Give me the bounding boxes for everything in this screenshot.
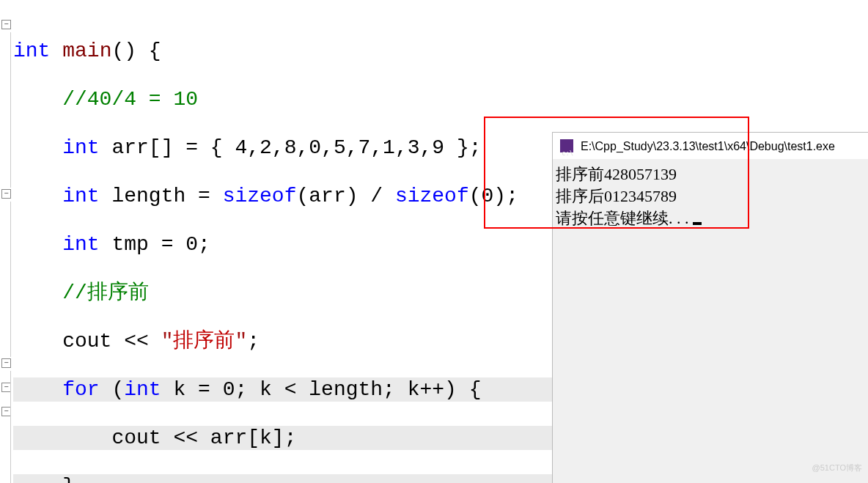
console-title: E:\Cpp_Study\23.3.13\test1\x64\Debug\tes… bbox=[581, 134, 835, 158]
console-cursor bbox=[693, 222, 702, 225]
watermark: @51CTO博客 bbox=[812, 456, 862, 480]
fold-toggle[interactable]: − bbox=[1, 189, 11, 199]
fold-toggle[interactable]: − bbox=[1, 358, 11, 368]
console-titlebar[interactable]: E:\Cpp_Study\23.3.13\test1\x64\Debug\tes… bbox=[553, 133, 868, 159]
console-output: 排序前428057139 排序后012345789 请按任意键继续. . . bbox=[553, 159, 868, 234]
code-editor[interactable]: int main() { //40/4 = 10 int arr[] = { 4… bbox=[13, 15, 555, 483]
cmd-icon bbox=[560, 139, 573, 152]
fold-gutter[interactable]: − − − − − bbox=[0, 0, 12, 483]
console-window[interactable]: E:\Cpp_Study\23.3.13\test1\x64\Debug\tes… bbox=[552, 132, 868, 483]
fold-toggle[interactable]: − bbox=[1, 20, 11, 29]
